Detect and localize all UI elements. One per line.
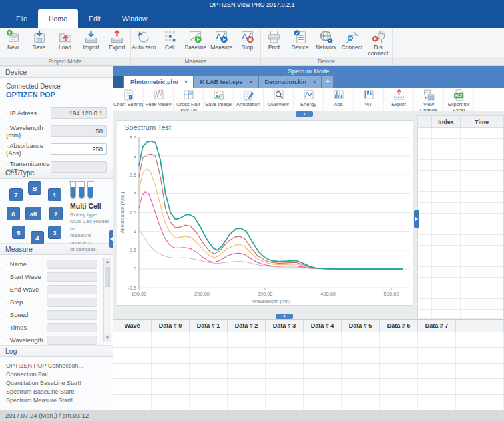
table-cell bbox=[190, 332, 228, 347]
chart-tool-cross-hair-tool-tip[interactable]: Cross Hair Tool Tip bbox=[174, 88, 204, 111]
cell-button-1[interactable]: 1 bbox=[48, 188, 61, 201]
table-row[interactable] bbox=[418, 278, 503, 288]
table-row[interactable] bbox=[418, 299, 503, 310]
cell-button-2[interactable]: 2 bbox=[49, 207, 63, 220]
chart-tool-t[interactable]: %T bbox=[354, 88, 384, 111]
ribbon-button-new[interactable]: New bbox=[0, 28, 26, 57]
chart-tool-export-for-excel[interactable]: XLSExport for Excel bbox=[444, 88, 474, 111]
chart-tool-overview[interactable]: Overview bbox=[264, 88, 294, 111]
ribbon-button-import[interactable]: Import bbox=[78, 28, 104, 57]
panel-collapse-handle[interactable] bbox=[414, 210, 419, 228]
device-field-row: Absorbance (Abs)250 bbox=[6, 140, 107, 158]
menu-item-file[interactable]: File bbox=[5, 9, 38, 28]
table-row[interactable] bbox=[418, 224, 503, 235]
measure-field-times[interactable] bbox=[47, 323, 97, 332]
cell-button-6[interactable]: 6 bbox=[7, 207, 20, 220]
table-row[interactable] bbox=[113, 364, 504, 379]
measure-field-speed[interactable] bbox=[47, 310, 97, 320]
scroll-up-icon[interactable]: ▲ bbox=[104, 258, 111, 266]
cell-button-5[interactable]: 5 bbox=[12, 226, 25, 239]
ribbon-button-connect[interactable]: Connect bbox=[339, 28, 365, 57]
table-row[interactable] bbox=[418, 310, 503, 318]
ribbon-button-label: Save bbox=[33, 45, 45, 51]
ribbon-button-auto-zero[interactable]: Auto zero bbox=[131, 28, 157, 57]
scroll-down-icon[interactable]: ▼ bbox=[104, 334, 111, 342]
cell-button-b[interactable]: B bbox=[28, 181, 41, 195]
table-row[interactable] bbox=[113, 332, 504, 348]
measure-field-start-wave[interactable] bbox=[47, 272, 97, 282]
cell-button-all[interactable]: all bbox=[25, 207, 41, 220]
table-row[interactable] bbox=[418, 149, 503, 160]
ribbon-button-stop[interactable]: Stop bbox=[234, 28, 260, 57]
tab-scroll-button[interactable] bbox=[113, 76, 123, 88]
cell-button-4[interactable]: 4 bbox=[31, 231, 44, 244]
measure-scrollbar[interactable]: ▲ ▼ bbox=[103, 258, 111, 342]
table-row[interactable] bbox=[418, 256, 503, 267]
cell-button-3[interactable]: 3 bbox=[48, 226, 61, 239]
table-row[interactable] bbox=[418, 192, 503, 203]
close-icon[interactable]: × bbox=[248, 79, 254, 85]
menu-item-edit[interactable]: Edit bbox=[78, 9, 111, 28]
chart-tool-energy[interactable]: Energy bbox=[294, 88, 324, 111]
chart-tool-annotation[interactable]: Annotation bbox=[234, 88, 264, 111]
table-row[interactable] bbox=[418, 139, 503, 149]
ribbon-button-dis-connect[interactable]: Dis connect bbox=[365, 28, 391, 57]
table-cell bbox=[432, 181, 461, 191]
tab-k-lab-test-spe[interactable]: K LAB test.spe× bbox=[194, 76, 258, 88]
field-absorbance-abs[interactable]: 250 bbox=[51, 143, 107, 155]
table-row[interactable] bbox=[418, 235, 503, 246]
new-tab-button[interactable]: + bbox=[322, 76, 333, 88]
chart-tool-export[interactable]: Export bbox=[384, 88, 414, 111]
ribbon-button-cell[interactable]: Cell bbox=[157, 28, 183, 57]
ribbon-button-measure[interactable]: Measure bbox=[208, 28, 234, 57]
index-time-panel[interactable]: IndexTime bbox=[417, 115, 504, 318]
table-row[interactable] bbox=[418, 246, 503, 256]
ribbon-button-export[interactable]: Export bbox=[104, 28, 130, 57]
chart-tool-peak-valley[interactable]: Peak Valley bbox=[144, 88, 174, 111]
measure-field-name[interactable] bbox=[47, 260, 97, 269]
table-row[interactable] bbox=[113, 348, 504, 363]
table-row[interactable] bbox=[418, 288, 503, 299]
menu-item-window[interactable]: Window bbox=[111, 9, 158, 28]
field-ip-adress[interactable]: 194.128.0.1 bbox=[51, 107, 107, 119]
table-row[interactable] bbox=[418, 203, 503, 214]
ribbon-button-load[interactable]: Load bbox=[52, 28, 78, 57]
table-row[interactable] bbox=[418, 214, 503, 224]
table-row[interactable] bbox=[113, 379, 504, 394]
scrollbar-thumb[interactable] bbox=[105, 267, 110, 287]
measure-field-end-wave[interactable] bbox=[47, 285, 97, 294]
close-icon[interactable]: × bbox=[311, 79, 318, 85]
field-transmittance-t[interactable] bbox=[51, 161, 107, 173]
collapse-down-handle[interactable]: ▼ bbox=[276, 314, 293, 319]
table-row[interactable] bbox=[113, 395, 504, 410]
wave-data-table[interactable]: WaveData # 0Data # 1Data # 2Data # 3Data… bbox=[113, 319, 504, 410]
table-row[interactable] bbox=[418, 267, 503, 278]
cell-button-7[interactable]: 7 bbox=[9, 188, 23, 201]
ribbon-button-baseline[interactable]: Baseline bbox=[183, 28, 209, 57]
ribbon-button-print[interactable]: Print bbox=[261, 28, 287, 57]
ribbon-button-device[interactable]: Device bbox=[287, 28, 313, 57]
table-cell bbox=[342, 348, 380, 362]
table-row[interactable] bbox=[418, 160, 503, 171]
spectrum-chart[interactable]: -0.500.511.522.533.5190.00290.00390.0049… bbox=[119, 134, 413, 305]
ribbon-button-network[interactable]: Network bbox=[313, 28, 339, 57]
chart-tool-chart-setting[interactable]: Chart Setting bbox=[113, 88, 144, 111]
device-fields: IP Adress194.128.0.1Wavelength (mm)50Abs… bbox=[6, 104, 107, 176]
table-cell bbox=[418, 203, 432, 213]
tab-decoration-kin[interactable]: Decoration.kin× bbox=[259, 76, 322, 88]
collapse-up-handle[interactable]: ▲ bbox=[296, 111, 313, 117]
close-icon[interactable]: × bbox=[183, 79, 190, 85]
table-cell bbox=[461, 128, 503, 138]
field-wavelength-mm[interactable]: 50 bbox=[51, 125, 107, 137]
ribbon-button-save[interactable]: Save bbox=[26, 28, 52, 57]
tab-photometric-pho[interactable]: Photometric.pho× bbox=[124, 76, 193, 88]
measure-field-wavelength[interactable] bbox=[47, 336, 97, 345]
measure-field-step[interactable] bbox=[47, 298, 97, 307]
chart-tool-save-image[interactable]: Save Image bbox=[204, 88, 234, 111]
table-row[interactable] bbox=[418, 171, 503, 181]
menu-item-home[interactable]: Home bbox=[38, 9, 78, 28]
table-row[interactable] bbox=[418, 128, 503, 139]
chart-tool-view-change[interactable]: View Change bbox=[414, 88, 444, 111]
table-row[interactable] bbox=[418, 181, 503, 192]
chart-tool-abs[interactable]: Abs bbox=[324, 88, 354, 111]
